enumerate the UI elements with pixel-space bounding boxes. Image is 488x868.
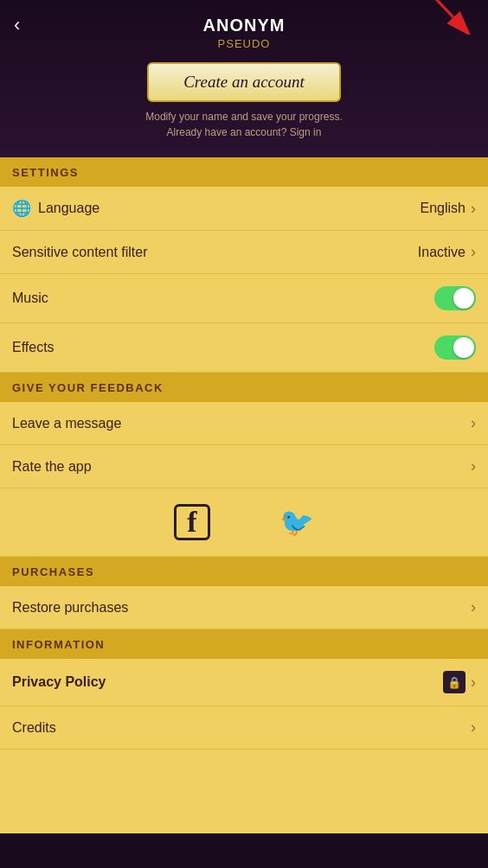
effects-item[interactable]: Effects bbox=[0, 323, 488, 373]
sensitive-filter-right: Inactive › bbox=[418, 243, 476, 261]
restore-purchases-label: Restore purchases bbox=[12, 600, 128, 616]
privacy-policy-left: Privacy Policy bbox=[12, 674, 106, 690]
app-subtitle: PSEUDO bbox=[218, 37, 271, 50]
rate-app-label: Rate the app bbox=[12, 459, 92, 475]
rate-app-chevron-icon: › bbox=[471, 457, 476, 475]
feedback-section-label: GIVE YOUR FEEDBACK bbox=[12, 381, 164, 394]
privacy-policy-chevron-icon: › bbox=[471, 673, 476, 692]
lock-icon: 🔒 bbox=[443, 671, 466, 693]
information-section-label: INFORMATION bbox=[12, 638, 105, 651]
restore-purchases-left: Restore purchases bbox=[12, 600, 128, 616]
privacy-policy-right: 🔒 › bbox=[443, 671, 476, 693]
language-item-right: English › bbox=[421, 200, 476, 218]
language-label: Language bbox=[38, 201, 100, 216]
restore-purchases-item[interactable]: Restore purchases › bbox=[0, 586, 488, 629]
facebook-icon[interactable]: f bbox=[174, 504, 210, 540]
header: ‹ ANONYM PSEUDO Create an account Modify… bbox=[0, 0, 488, 157]
leave-message-chevron-icon: › bbox=[471, 414, 476, 432]
purchases-section-label: PURCHASES bbox=[12, 565, 94, 578]
music-item[interactable]: Music bbox=[0, 274, 488, 323]
bottom-bar bbox=[0, 833, 488, 868]
music-toggle[interactable] bbox=[434, 286, 476, 310]
effects-label: Effects bbox=[12, 340, 55, 355]
language-item[interactable]: 🌐 Language English › bbox=[0, 187, 488, 231]
rate-app-item[interactable]: Rate the app › bbox=[0, 445, 488, 488]
effects-toggle[interactable] bbox=[434, 335, 476, 360]
content-area: SETTINGS 🌐 Language English › Sensitive … bbox=[0, 157, 488, 833]
create-account-button[interactable]: Create an account bbox=[147, 62, 341, 102]
credits-left: Credits bbox=[12, 720, 56, 736]
rate-app-left: Rate the app bbox=[12, 459, 92, 475]
privacy-policy-label: Privacy Policy bbox=[12, 674, 106, 690]
annotation-arrow bbox=[367, 0, 471, 35]
language-chevron-icon: › bbox=[471, 200, 476, 218]
sensitive-filter-label: Sensitive content filter bbox=[12, 245, 148, 260]
sensitive-filter-chevron-icon: › bbox=[471, 243, 476, 261]
purchases-section-header: PURCHASES bbox=[0, 557, 488, 586]
credits-item[interactable]: Credits › bbox=[0, 706, 488, 750]
app-title: ANONYM bbox=[203, 16, 286, 35]
effects-item-right bbox=[434, 335, 476, 360]
leave-message-item[interactable]: Leave a message › bbox=[0, 402, 488, 445]
sensitive-filter-left: Sensitive content filter bbox=[12, 245, 148, 260]
effects-item-left: Effects bbox=[12, 340, 55, 355]
privacy-policy-item[interactable]: Privacy Policy 🔒 › bbox=[0, 659, 488, 706]
settings-section-header: SETTINGS bbox=[0, 157, 488, 187]
back-button[interactable]: ‹ bbox=[14, 14, 20, 36]
credits-label: Credits bbox=[12, 720, 56, 736]
credits-chevron-icon: › bbox=[471, 718, 476, 737]
music-label: Music bbox=[12, 290, 48, 306]
globe-icon: 🌐 bbox=[12, 199, 31, 218]
feedback-section-header: GIVE YOUR FEEDBACK bbox=[0, 373, 488, 402]
restore-purchases-chevron-icon: › bbox=[471, 598, 476, 616]
settings-section-label: SETTINGS bbox=[12, 166, 79, 179]
leave-message-label: Leave a message bbox=[12, 416, 121, 431]
language-value: English bbox=[421, 201, 466, 216]
twitter-icon[interactable]: 🐦 bbox=[279, 506, 314, 539]
social-row: f 🐦 bbox=[0, 488, 488, 557]
sensitive-filter-item[interactable]: Sensitive content filter Inactive › bbox=[0, 231, 488, 274]
language-item-left: 🌐 Language bbox=[12, 199, 100, 218]
music-item-right bbox=[434, 286, 476, 310]
header-description: Modify your name and save your progress.… bbox=[145, 109, 342, 140]
information-section-header: INFORMATION bbox=[0, 629, 488, 659]
sensitive-filter-value: Inactive bbox=[418, 245, 466, 260]
leave-message-left: Leave a message bbox=[12, 416, 121, 431]
music-item-left: Music bbox=[12, 290, 48, 306]
